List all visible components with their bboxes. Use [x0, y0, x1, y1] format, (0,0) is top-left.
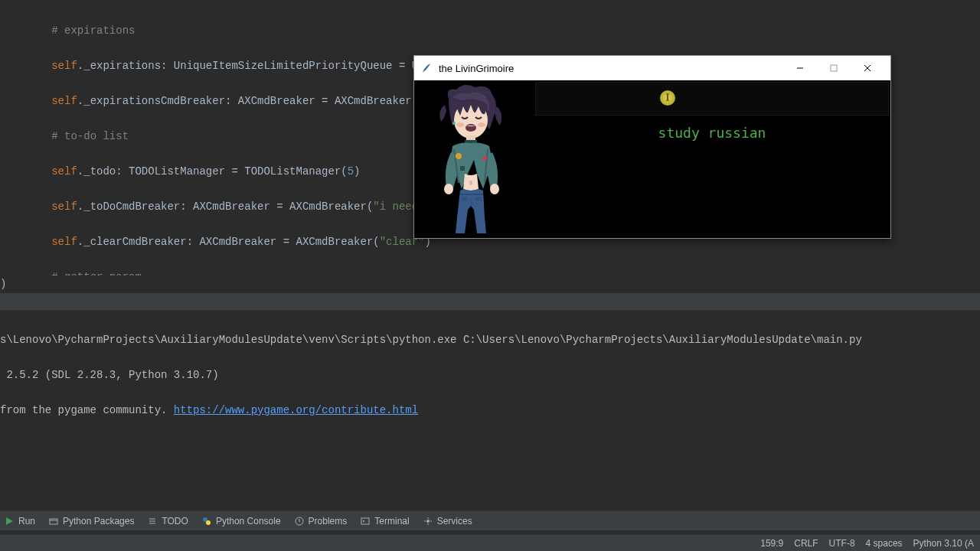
svg-point-17: [444, 184, 453, 194]
terminal-tool[interactable]: Terminal: [361, 516, 409, 527]
todo-tool[interactable]: TODO: [148, 516, 188, 527]
livin-grimoire-window[interactable]: the LivinGrimoire: [413, 55, 891, 239]
warning-icon: [295, 517, 304, 526]
character-sprite: [422, 83, 521, 235]
pygame-contribute-link[interactable]: https://www.pygame.org/contribute.html: [174, 404, 418, 416]
package-icon: [49, 517, 58, 526]
svg-point-14: [482, 156, 487, 161]
svg-rect-0: [50, 519, 57, 524]
console-line: s\Lenovo\PycharmProjects\AuxiliaryModule…: [0, 334, 862, 346]
tool-label: Terminal: [374, 516, 409, 527]
problems-tool[interactable]: Problems: [295, 516, 348, 527]
tk-feather-icon: [420, 62, 433, 74]
svg-rect-6: [831, 65, 837, 71]
list-icon: [148, 517, 157, 526]
tool-label: Python Packages: [63, 516, 134, 527]
svg-point-10: [478, 122, 485, 127]
svg-rect-20: [475, 197, 482, 201]
python-icon: [202, 517, 211, 526]
tool-label: Services: [437, 516, 472, 527]
svg-point-9: [456, 122, 464, 127]
services-tool[interactable]: Services: [423, 516, 472, 527]
output-text: study russian: [534, 117, 890, 238]
window-title: the LivinGrimoire: [439, 63, 783, 74]
tool-label: Python Console: [216, 516, 281, 527]
svg-rect-12: [465, 140, 477, 143]
svg-point-18: [490, 184, 499, 194]
play-icon: [5, 517, 14, 526]
svg-point-16: [469, 181, 472, 185]
console-line: from the pygame community.: [0, 404, 174, 416]
indent-config[interactable]: 4 spaces: [866, 538, 903, 549]
svg-point-8: [466, 124, 476, 132]
tool-label: Problems: [309, 516, 348, 527]
console-tabs[interactable]: [0, 297, 980, 311]
tool-label: Run: [18, 516, 35, 527]
file-encoding[interactable]: UTF-8: [829, 538, 855, 549]
minimize-icon: [796, 64, 804, 72]
line-separator[interactable]: CRLF: [794, 538, 818, 549]
svg-point-21: [452, 122, 456, 125]
caret-position[interactable]: 159:9: [760, 538, 783, 549]
svg-rect-15: [460, 166, 465, 171]
maximize-button[interactable]: [817, 56, 851, 80]
svg-point-2: [206, 520, 211, 525]
close-button[interactable]: [851, 56, 884, 80]
code-comment: # expirations: [51, 24, 135, 37]
close-icon: [864, 64, 871, 72]
console-line: 2.5.2 (SDL 2.28.3, Python 3.10.7): [0, 369, 219, 381]
services-icon: [423, 517, 433, 526]
python-packages-tool[interactable]: Python Packages: [49, 516, 134, 527]
run-console[interactable]: s\Lenovo\PycharmProjects\AuxiliaryModule…: [0, 311, 980, 521]
run-tool[interactable]: Run: [5, 516, 35, 527]
terminal-icon: [361, 517, 370, 526]
maximize-icon: [830, 64, 838, 72]
interpreter[interactable]: Python 3.10 (A: [913, 538, 974, 549]
window-titlebar[interactable]: the LivinGrimoire: [414, 56, 890, 80]
status-bar: 159:9 CRLF UTF-8 4 spaces Python 3.10 (A: [0, 534, 980, 551]
avatar-pane: [414, 80, 534, 238]
tool-window-bar: Run Python Packages TODO Python Console …: [0, 510, 980, 530]
code-text: [0, 24, 51, 37]
code-text: ): [0, 278, 6, 290]
tool-label: TODO: [162, 516, 188, 527]
text-cursor-highlight: I: [660, 90, 675, 106]
command-input[interactable]: I: [535, 82, 889, 116]
text-pane: I study russian: [534, 80, 890, 238]
python-console-tool[interactable]: Python Console: [202, 516, 281, 527]
app-body: I study russian: [414, 80, 890, 238]
svg-point-13: [456, 153, 462, 159]
svg-rect-19: [462, 197, 468, 201]
svg-point-5: [426, 520, 430, 523]
minimize-button[interactable]: [783, 56, 817, 80]
